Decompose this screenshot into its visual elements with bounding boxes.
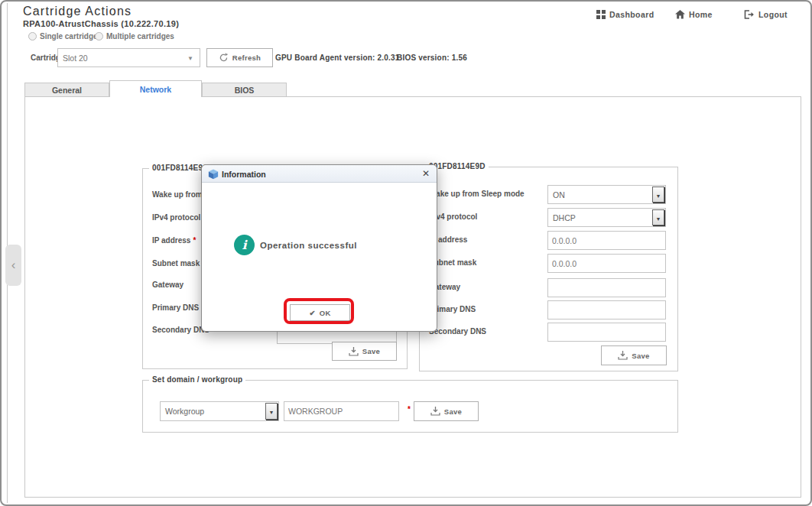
- dropdown-button[interactable]: ▼: [652, 187, 664, 203]
- ok-button[interactable]: ✔ OK: [290, 304, 350, 321]
- check-icon: ✔: [309, 309, 315, 317]
- nav-dashboard[interactable]: Dashboard: [596, 10, 654, 19]
- save-icon: [430, 407, 440, 416]
- dropdown-button[interactable]: ▼: [652, 209, 664, 225]
- save-icon: [618, 351, 628, 360]
- agent-version-text: GPU Board Agent version: 2.0.31: [275, 54, 400, 62]
- nav-logout-label: Logout: [758, 10, 788, 19]
- tab-network[interactable]: Network: [109, 80, 202, 97]
- left-dns1-label: Primary DNS: [152, 303, 199, 312]
- right-gateway-input[interactable]: [547, 278, 666, 297]
- chevron-left-icon: ‹: [11, 258, 16, 272]
- cartridge-select[interactable]: Slot 20 ▼: [57, 48, 200, 67]
- required-marker: *: [193, 236, 196, 245]
- cartridge-select-value: Slot 20: [63, 54, 88, 63]
- chevron-down-icon: ▼: [656, 193, 661, 199]
- domain-type-value: Workgroup: [165, 407, 204, 416]
- refresh-label: Refresh: [232, 54, 261, 62]
- left-save-button[interactable]: Save: [332, 342, 397, 361]
- right-wake-value: ON: [553, 190, 565, 199]
- radio-multiple-label: Multiple cartridges: [106, 32, 174, 41]
- dashboard-icon: [596, 10, 606, 19]
- dialog-message: Operation successful: [260, 241, 357, 250]
- domain-save-button[interactable]: Save: [414, 401, 479, 421]
- chevron-down-icon: ▼: [656, 216, 661, 222]
- domain-save-label: Save: [444, 407, 462, 416]
- logout-icon: [744, 10, 755, 19]
- tab-bios[interactable]: BIOS: [202, 83, 287, 97]
- nav-logout[interactable]: Logout: [744, 10, 788, 19]
- mode-single-option[interactable]: Single cartridge: [28, 32, 98, 41]
- right-dns2-input[interactable]: [547, 323, 666, 342]
- app-window: ‹ Cartridge Actions RPA100-AtrustChassis…: [0, 0, 812, 506]
- right-mask-input[interactable]: [547, 254, 666, 273]
- home-icon: [675, 10, 685, 19]
- ok-button-label: OK: [320, 309, 331, 317]
- info-icon: i: [234, 235, 255, 255]
- tab-general[interactable]: General: [24, 83, 109, 97]
- mode-multiple-option[interactable]: Multiple cartridges: [95, 32, 174, 41]
- right-ip-input[interactable]: [547, 231, 666, 250]
- page-title: Cartridge Actions: [23, 5, 132, 18]
- right-protocol-select[interactable]: DHCP ▼: [547, 208, 666, 227]
- domain-workgroup-panel: Set domain / workgroup Workgroup ▼ * Sav…: [142, 380, 678, 433]
- right-save-button[interactable]: Save: [601, 345, 667, 365]
- domain-panel-legend: Set domain / workgroup: [149, 375, 245, 384]
- right-dns1-input[interactable]: [547, 300, 666, 319]
- dialog-title: Information: [222, 170, 266, 179]
- right-wake-select[interactable]: ON ▼: [547, 185, 666, 204]
- dropdown-button[interactable]: ▼: [265, 403, 278, 420]
- right-wake-label: Wake up from Sleep mode: [429, 190, 525, 198]
- radio-multiple-cartridges[interactable]: [95, 32, 103, 41]
- nav-home[interactable]: Home: [675, 10, 713, 19]
- device-subtitle: RPA100-AtrustChassis (10.222.70.19): [23, 19, 179, 28]
- refresh-icon: [219, 53, 229, 63]
- refresh-button[interactable]: Refresh: [206, 48, 273, 67]
- left-ip-label: IP address*: [152, 236, 196, 245]
- right-save-label: Save: [632, 352, 649, 360]
- right-protocol-value: DHCP: [553, 213, 576, 222]
- required-marker: *: [408, 405, 411, 414]
- left-mask-label: Subnet mask*: [152, 259, 205, 268]
- bios-version-text: BIOS version: 1.56: [397, 54, 467, 62]
- close-icon[interactable]: ✕: [422, 168, 430, 179]
- domain-name-input[interactable]: [284, 401, 399, 421]
- radio-single-label: Single cartridge: [40, 32, 98, 41]
- right-cartridge-panel: 001FD8114E9D Wake up from Sleep mode ON …: [419, 167, 678, 371]
- info-cube-icon: [208, 169, 219, 180]
- nav-home-label: Home: [689, 10, 713, 19]
- chevron-down-icon: ▼: [187, 54, 193, 61]
- sidebar-collapse-handle[interactable]: ‹: [5, 245, 21, 286]
- save-icon: [349, 347, 359, 356]
- radio-single-cartridge[interactable]: [28, 32, 37, 41]
- right-dns2-label: Secondary DNS: [429, 327, 486, 336]
- information-dialog: Information ✕ i Operation successful ✔ O…: [201, 164, 437, 332]
- left-gateway-label: Gateway: [152, 281, 184, 289]
- left-protocol-label: IPv4 protocol: [152, 213, 200, 222]
- nav-dashboard-label: Dashboard: [609, 10, 654, 19]
- chevron-down-icon: ▼: [269, 410, 274, 415]
- domain-type-select[interactable]: Workgroup ▼: [160, 401, 279, 421]
- left-save-label: Save: [362, 347, 380, 355]
